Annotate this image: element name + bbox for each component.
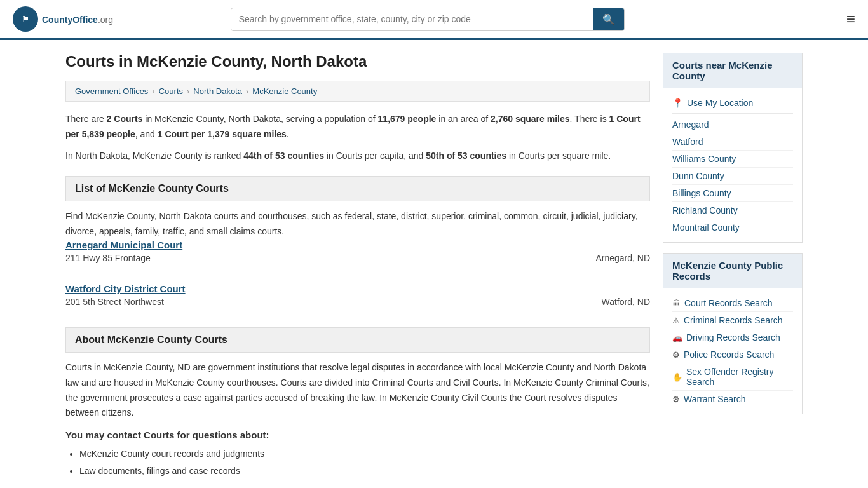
breadcrumb-courts[interactable]: Courts — [159, 86, 183, 96]
public-records-header: McKenzie County Public Records — [663, 254, 802, 288]
sex-offender-icon: ✋ — [672, 372, 682, 382]
page-title: Courts in McKenzie County, North Dakota — [65, 53, 650, 71]
stats-paragraph-1: There are 2 Courts in McKenzie County, N… — [65, 112, 650, 142]
list-description: Find McKenzie County, North Dakota court… — [65, 209, 650, 240]
pin-icon: 📍 — [672, 98, 683, 108]
nearby-link-2[interactable]: Williams County — [672, 151, 793, 168]
logo[interactable]: ⚑ CountyOffice.org — [13, 6, 113, 32]
public-records-link-1[interactable]: ⚠ Criminal Records Search — [672, 312, 793, 329]
nearby-link-0[interactable]: Arnegard — [672, 116, 793, 133]
public-records-link-5[interactable]: ⚙ Warrant Search — [672, 391, 793, 407]
use-location-link[interactable]: 📍 Use My Location — [672, 95, 793, 114]
court-name-2[interactable]: Watford City District Court — [65, 283, 650, 294]
nearby-link-3[interactable]: Dunn County — [672, 168, 793, 185]
logo-text: CountyOffice.org — [42, 13, 113, 26]
court-records-icon: 🏛 — [672, 299, 681, 308]
search-bar: 🔍 — [231, 8, 625, 31]
public-records-link-0[interactable]: 🏛 Court Records Search — [672, 295, 793, 312]
about-section-header: About McKenzie County Courts — [65, 327, 650, 353]
breadcrumb-north-dakota[interactable]: North Dakota — [193, 86, 242, 96]
nearby-link-5[interactable]: Richland County — [672, 202, 793, 219]
court-name-1[interactable]: Arnegard Municipal Court — [65, 240, 650, 250]
nearby-link-4[interactable]: Billings County — [672, 185, 793, 202]
about-list: McKenzie County court records and judgme… — [65, 445, 650, 479]
search-input[interactable] — [231, 9, 593, 29]
nearby-courts-box: Courts near McKenzie County 📍 Use My Loc… — [663, 53, 803, 243]
public-records-link-3[interactable]: ⚙ Police Records Search — [672, 346, 793, 363]
court-address-1: 211 Hwy 85 Frontage — [65, 253, 151, 263]
public-records-body: 🏛 Court Records Search ⚠ Criminal Record… — [663, 288, 802, 414]
criminal-records-icon: ⚠ — [672, 316, 680, 325]
court-address-row-1: 211 Hwy 85 Frontage Arnegard, ND — [65, 253, 650, 263]
about-body: Courts in McKenzie County, ND are govern… — [65, 360, 650, 421]
nearby-link-1[interactable]: Watford — [672, 133, 793, 151]
list-section-header: List of McKenzie County Courts — [65, 176, 650, 201]
court-entry-1: Arnegard Municipal Court 211 Hwy 85 Fron… — [65, 240, 650, 271]
main-content: Courts in McKenzie County, North Dakota … — [65, 53, 650, 479]
search-button[interactable]: 🔍 — [593, 8, 624, 30]
court-entry-2: Watford City District Court 201 5th Stre… — [65, 283, 650, 315]
page-container: Courts in McKenzie County, North Dakota … — [53, 40, 815, 488]
hamburger-menu-icon[interactable]: ≡ — [846, 10, 855, 28]
contact-title: You may contact Courts for questions abo… — [65, 430, 650, 440]
list-item-2: Law documents, filings and case records — [79, 463, 650, 480]
sidebar: Courts near McKenzie County 📍 Use My Loc… — [663, 53, 803, 479]
public-records-link-4[interactable]: ✋ Sex Offender Registry Search — [672, 363, 793, 391]
driving-records-icon: 🚗 — [672, 333, 682, 342]
svg-text:⚑: ⚑ — [22, 15, 29, 24]
nearby-courts-header: Courts near McKenzie County — [663, 53, 802, 88]
nearby-courts-body: 📍 Use My Location Arnegard Watford Willi… — [663, 88, 802, 242]
court-city-2: Watford, ND — [602, 297, 651, 307]
public-records-link-2[interactable]: 🚗 Driving Records Search — [672, 329, 793, 346]
breadcrumb-mckenzie-county[interactable]: McKenzie County — [252, 86, 317, 96]
nearby-link-6[interactable]: Mountrail County — [672, 219, 793, 236]
court-address-row-2: 201 5th Street Northwest Watford, ND — [65, 297, 650, 307]
header: ⚑ CountyOffice.org 🔍 ≡ — [0, 0, 868, 40]
court-city-1: Arnegard, ND — [595, 253, 650, 263]
warrant-icon: ⚙ — [672, 395, 680, 404]
public-records-box: McKenzie County Public Records 🏛 Court R… — [663, 253, 803, 414]
search-icon: 🔍 — [602, 14, 615, 25]
police-records-icon: ⚙ — [672, 350, 680, 360]
list-item-1: McKenzie County court records and judgme… — [79, 445, 650, 463]
breadcrumb-gov-offices[interactable]: Government Offices — [75, 86, 148, 96]
court-address-2: 201 5th Street Northwest — [65, 297, 164, 307]
breadcrumb: Government Offices › Courts › North Dako… — [65, 81, 650, 102]
logo-icon: ⚑ — [13, 6, 38, 32]
stats-paragraph-2: In North Dakota, McKenzie County is rank… — [65, 149, 650, 164]
